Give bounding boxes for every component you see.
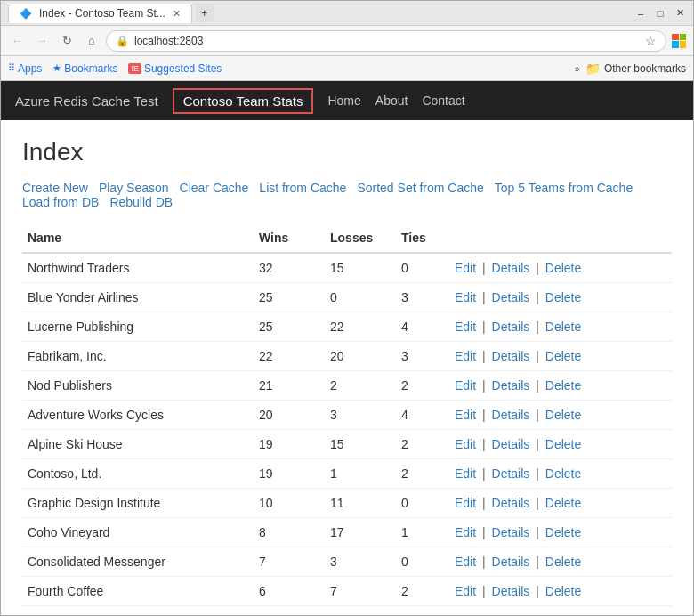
- create-new-link[interactable]: Create New: [22, 181, 88, 195]
- nav-brand[interactable]: Contoso Team Stats: [173, 88, 314, 114]
- edit-link[interactable]: Edit: [455, 320, 476, 334]
- action-links: Create New Play Season Clear Cache List …: [22, 181, 672, 209]
- top5-teams-link[interactable]: Top 5 Teams from Cache: [495, 181, 633, 195]
- table-row: Consolidated Messenger730Edit | Details …: [22, 547, 672, 577]
- bookmarks-label: Bookmarks: [64, 62, 117, 75]
- edit-link[interactable]: Edit: [455, 496, 476, 510]
- edit-link[interactable]: Edit: [455, 555, 476, 569]
- delete-link[interactable]: Delete: [545, 525, 581, 539]
- edit-link[interactable]: Edit: [455, 349, 476, 363]
- suggested-sites-bookmark[interactable]: IE Suggested Sites: [128, 62, 222, 75]
- cell-wins: 8: [254, 518, 325, 547]
- delete-link[interactable]: Delete: [545, 496, 581, 510]
- table-row: Contoso, Ltd.1912Edit | Details | Delete: [22, 459, 672, 489]
- separator: |: [532, 349, 542, 363]
- edit-link[interactable]: Edit: [455, 378, 476, 393]
- bookmarks-bar: ⠿ Apps ★ Bookmarks IE Suggested Sites » …: [1, 56, 693, 81]
- apps-icon: ⠿: [8, 62, 15, 74]
- details-link[interactable]: Details: [492, 378, 530, 393]
- cell-losses: 15: [325, 253, 396, 283]
- table-row: Nod Publishers2122Edit | Details | Delet…: [22, 371, 672, 401]
- cell-actions: Edit | Details | Delete: [449, 577, 672, 606]
- details-link[interactable]: Details: [492, 349, 530, 363]
- back-button[interactable]: ←: [6, 30, 28, 52]
- cell-wins: 10: [254, 489, 325, 518]
- bookmarks-chevron[interactable]: »: [575, 63, 580, 74]
- nav-about[interactable]: About: [375, 93, 408, 108]
- clear-cache-link[interactable]: Clear Cache: [180, 181, 249, 195]
- bookmark-star-icon[interactable]: ☆: [645, 34, 657, 48]
- table-row: Fabrikam, Inc.22203Edit | Details | Dele…: [22, 342, 672, 371]
- cell-ties: 0: [396, 489, 449, 518]
- details-link[interactable]: Details: [492, 290, 530, 304]
- cell-wins: 7: [254, 547, 325, 577]
- tab-close-icon[interactable]: ✕: [173, 8, 181, 20]
- details-link[interactable]: Details: [492, 437, 530, 451]
- details-link[interactable]: Details: [492, 555, 530, 569]
- bookmarks-item[interactable]: ★ Bookmarks: [52, 62, 117, 75]
- details-link[interactable]: Details: [492, 261, 530, 275]
- details-link[interactable]: Details: [492, 496, 530, 510]
- table-row: Coho Vineyard8171Edit | Details | Delete: [22, 518, 672, 547]
- separator: |: [479, 320, 488, 334]
- forward-button[interactable]: →: [31, 30, 52, 52]
- edit-link[interactable]: Edit: [455, 290, 476, 304]
- other-bookmarks[interactable]: 📁 Other bookmarks: [585, 61, 686, 76]
- details-link[interactable]: Details: [492, 466, 530, 481]
- edit-link[interactable]: Edit: [455, 408, 476, 422]
- list-from-cache-link[interactable]: List from Cache: [259, 181, 346, 195]
- apps-bookmark[interactable]: ⠿ Apps: [8, 62, 42, 75]
- extensions-icon[interactable]: [670, 32, 688, 50]
- nav-home[interactable]: Home: [327, 93, 360, 108]
- separator: |: [479, 349, 488, 363]
- bookmarks-bar-right: » 📁 Other bookmarks: [575, 61, 686, 76]
- play-season-link[interactable]: Play Season: [99, 181, 169, 195]
- delete-link[interactable]: Delete: [545, 555, 581, 569]
- browser-tab[interactable]: 🔷 Index - Contoso Team St... ✕: [8, 4, 192, 23]
- load-from-db-link[interactable]: Load from DB: [22, 195, 99, 209]
- edit-link[interactable]: Edit: [455, 525, 476, 539]
- close-button[interactable]: ✕: [674, 7, 686, 20]
- url-bar[interactable]: 🔒 localhost:2803 ☆: [106, 30, 666, 52]
- star-bookmark-icon: ★: [52, 62, 61, 74]
- cell-actions: Edit | Details | Delete: [449, 430, 672, 459]
- details-link[interactable]: Details: [492, 584, 530, 598]
- cell-wins: 22: [254, 342, 325, 371]
- edit-link[interactable]: Edit: [455, 261, 476, 275]
- delete-link[interactable]: Delete: [545, 349, 581, 363]
- cell-wins: 19: [254, 430, 325, 459]
- edit-link[interactable]: Edit: [455, 466, 476, 481]
- details-link[interactable]: Details: [492, 408, 530, 422]
- edit-link[interactable]: Edit: [455, 584, 476, 598]
- cell-losses: 3: [325, 547, 396, 577]
- tab-favicon: 🔷: [20, 8, 32, 20]
- delete-link[interactable]: Delete: [545, 320, 581, 334]
- delete-link[interactable]: Delete: [545, 290, 581, 304]
- page-title: Index: [22, 138, 672, 166]
- new-tab-button[interactable]: +: [196, 4, 214, 22]
- separator: |: [532, 261, 542, 275]
- delete-link[interactable]: Delete: [545, 584, 581, 598]
- edit-link[interactable]: Edit: [455, 437, 476, 451]
- details-link[interactable]: Details: [492, 525, 530, 539]
- delete-link[interactable]: Delete: [545, 466, 581, 481]
- delete-link[interactable]: Delete: [545, 261, 581, 275]
- lock-icon: 🔒: [116, 35, 129, 47]
- cell-ties: 4: [396, 401, 449, 430]
- nav-contact[interactable]: Contact: [422, 93, 464, 108]
- cell-name: Lucerne Publishing: [22, 312, 254, 342]
- table-row: Blue Yonder Airlines2503Edit | Details |…: [22, 283, 672, 312]
- col-header-name: Name: [22, 223, 254, 253]
- rebuild-db-link[interactable]: Rebuild DB: [109, 195, 173, 209]
- reload-button[interactable]: ↻: [56, 30, 77, 52]
- cell-ties: 2: [396, 577, 449, 606]
- delete-link[interactable]: Delete: [545, 408, 581, 422]
- minimize-button[interactable]: –: [634, 7, 647, 20]
- maximize-button[interactable]: □: [654, 7, 666, 20]
- delete-link[interactable]: Delete: [545, 437, 581, 451]
- details-link[interactable]: Details: [492, 320, 530, 334]
- delete-link[interactable]: Delete: [545, 378, 581, 393]
- cell-losses: 20: [325, 342, 396, 371]
- sorted-set-link[interactable]: Sorted Set from Cache: [357, 181, 483, 195]
- home-button[interactable]: ⌂: [81, 30, 102, 52]
